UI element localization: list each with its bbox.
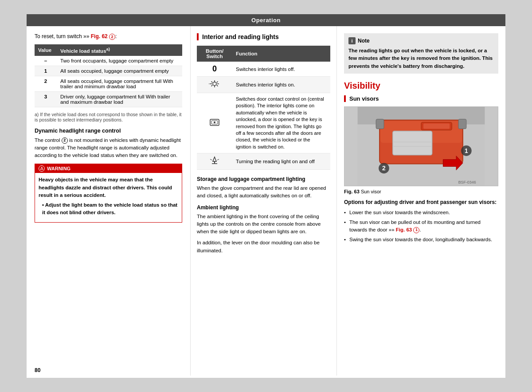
- middle-column: Interior and reading lights Button/ Swit…: [191, 26, 337, 376]
- table-cell-value: 1: [35, 66, 57, 76]
- dynamic-title: Dynamic headlight range control: [35, 128, 182, 134]
- dynamic-text: The control 2 is not mounted in vehicles…: [35, 137, 182, 160]
- note-icon: i: [348, 37, 356, 44]
- note-text: The reading lights go out when the vehic…: [348, 47, 494, 70]
- svg-line-17: [217, 159, 219, 160]
- warning-text-1: Heavy objects in the vehicle may mean th…: [39, 176, 178, 199]
- circle-2: 2: [109, 34, 115, 40]
- table-cell-desc: Driver only, luggage compartment full Wi…: [57, 91, 182, 107]
- svg-line-5: [217, 82, 218, 83]
- lights-table: Button/ Switch Function 0 Switches inter…: [197, 46, 330, 170]
- sun-visors-section: Sun visors: [344, 95, 498, 102]
- sun-visor-illustration: 1 2 BSF-0346: [344, 106, 498, 186]
- storage-title: Storage and luggage compartment lighting: [197, 176, 330, 182]
- table-header-status: Vehicle load statusa): [57, 44, 182, 56]
- sun-visor-caption: Fig. 63 Sun visor: [344, 189, 498, 194]
- table-row: Switches interior lights on.: [197, 77, 330, 93]
- page-number: 80: [35, 367, 40, 373]
- circle-2-dynamic: 2: [62, 137, 68, 144]
- bullet-1: Lower the sun visor towards the windscre…: [344, 209, 498, 216]
- table-cell-desc: Two front occupants, luggage compartment…: [57, 56, 182, 66]
- warning-box: ⚠ WARNING Heavy objects in the vehicle m…: [35, 164, 182, 222]
- svg-rect-28: [458, 119, 466, 129]
- svg-rect-22: [393, 131, 432, 155]
- table-row: 0 Switches interior lights off.: [197, 62, 330, 77]
- note-header: i Note: [348, 37, 494, 45]
- sun-visors-title: Sun visors: [349, 95, 498, 102]
- lights-col1-header: Button/ Switch: [197, 46, 232, 62]
- right-column: i Note The reading lights go out when th…: [337, 26, 505, 376]
- table-cell-value: 2: [35, 76, 57, 91]
- fig-63-label: Fig. 63: [344, 189, 360, 194]
- svg-rect-27: [376, 119, 384, 129]
- svg-marker-13: [213, 157, 216, 161]
- table-row: 3 Driver only, luggage compartment full …: [35, 91, 182, 107]
- lights-desc-4: Turning the reading light on and off: [232, 153, 330, 170]
- fig-62-link: Fig. 62: [91, 33, 108, 39]
- svg-line-4: [217, 85, 218, 86]
- icon-contact: [197, 93, 232, 153]
- lights-desc-3: Switches door contact control on (centra…: [232, 93, 330, 153]
- table-row: Turning the reading light on and off: [197, 153, 330, 170]
- table-header-value: Value: [35, 44, 57, 56]
- lights-col2-header: Function: [232, 46, 330, 62]
- table-footnote: a) If the vehicle load does not correspo…: [35, 112, 182, 122]
- table-row: 2 All seats occupied, luggage compartmen…: [35, 76, 182, 91]
- table-row: – Two front occupants, luggage compartme…: [35, 56, 182, 66]
- table-cell-value: 3: [35, 91, 57, 107]
- table-cell-desc: All seats occupied, luggage compartment …: [57, 76, 182, 91]
- icon-sun: [197, 77, 232, 93]
- left-column: To reset, turn switch »» Fig. 62 2: Valu…: [27, 26, 191, 376]
- svg-point-12: [214, 122, 215, 123]
- svg-text:2: 2: [382, 165, 386, 172]
- bullet-3: Swing the sun visor towards the door, lo…: [344, 236, 498, 243]
- ambient-text-1: The ambient lighting in the front coveri…: [197, 213, 330, 236]
- svg-line-16: [210, 159, 212, 160]
- header-title: Operation: [251, 17, 281, 24]
- lights-desc-2: Switches interior lights on.: [232, 77, 330, 93]
- table-cell-value: –: [35, 56, 57, 66]
- options-title: Options for adjusting driver and front p…: [344, 199, 498, 206]
- svg-line-6: [211, 85, 213, 86]
- ambient-text-2: In addition, the lever on the door mould…: [197, 239, 330, 255]
- page: Operation To reset, turn switch »» Fig. …: [27, 14, 505, 378]
- warning-header: ⚠ WARNING: [35, 164, 182, 173]
- interior-lights-section: Interior and reading lights: [197, 33, 330, 40]
- svg-point-8: [213, 82, 216, 86]
- storage-text: When the glove compartment and the rear …: [197, 184, 330, 200]
- page-header: Operation: [27, 14, 505, 26]
- table-row: 1 All seats occupied, luggage compartmen…: [35, 66, 182, 76]
- warning-body: Heavy objects in the vehicle may mean th…: [35, 173, 182, 222]
- vehicle-table: Value Vehicle load statusa) – Two front …: [35, 44, 182, 107]
- svg-text:1: 1: [465, 147, 468, 154]
- note-box: i Note The reading lights go out when th…: [344, 33, 498, 74]
- svg-line-3: [211, 82, 213, 83]
- ambient-title: Ambient lighting: [197, 204, 330, 211]
- table-cell-desc: All seats occupied, luggage compartment …: [57, 66, 182, 76]
- lights-desc-1: Switches interior lights off.: [232, 62, 330, 77]
- reset-text: To reset, turn switch »» Fig. 62 2:: [35, 33, 182, 40]
- icon-reading: [197, 153, 232, 170]
- visibility-title: Visibility: [344, 81, 498, 91]
- table-row: Switches door contact control on (centra…: [197, 93, 330, 153]
- warning-icon: ⚠: [39, 165, 45, 172]
- interior-lights-title: Interior and reading lights: [202, 33, 330, 40]
- svg-rect-26: [423, 123, 450, 129]
- warning-text-2: Adjust the light beam to the vehicle loa…: [42, 201, 178, 217]
- bullet-2: The sun visor can be pulled out of its m…: [344, 219, 498, 234]
- icon-zero: 0: [197, 62, 232, 77]
- svg-text:BSF-0346: BSF-0346: [458, 180, 476, 184]
